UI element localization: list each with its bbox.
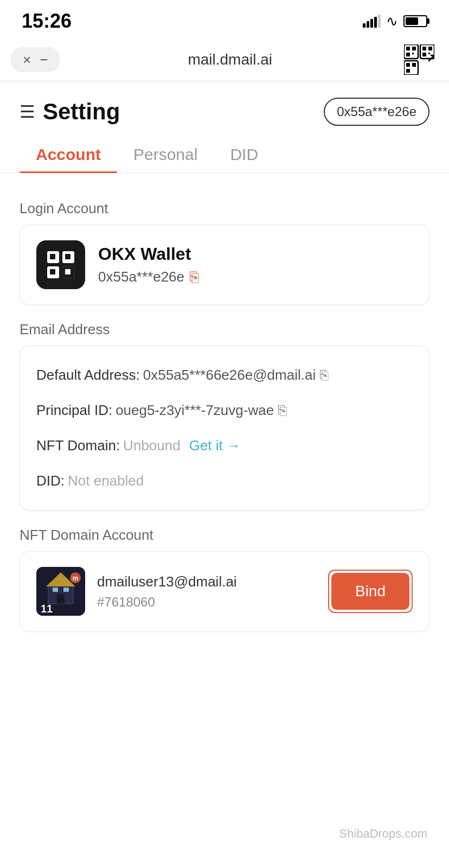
svg-rect-26 — [63, 588, 69, 592]
menu-icon[interactable]: ☰ — [20, 101, 35, 122]
svg-text:11: 11 — [41, 603, 53, 615]
nft-avatar-icon: m 11 — [36, 567, 85, 616]
status-bar: 15:26 ∿ — [0, 0, 449, 38]
qr-icon — [404, 44, 434, 75]
wallet-info: OKX Wallet 0x55a***e26e ⎘ — [98, 244, 413, 286]
copy-default-address-icon[interactable]: ⎘ — [320, 367, 329, 384]
nft-domain-account-label: NFT Domain Account — [20, 527, 429, 544]
svg-rect-25 — [53, 588, 58, 592]
browser-close-button[interactable]: × − — [11, 47, 60, 72]
svg-rect-6 — [422, 47, 426, 50]
nft-card: m 11 dmailuser13@dmail.ai #7618060 Bind — [36, 567, 413, 616]
email-address-label: Email Address — [20, 321, 429, 338]
tab-personal[interactable]: Personal — [117, 137, 214, 173]
default-address-row: Default Address: 0x55a5***66e26e@dmail.a… — [36, 361, 413, 389]
tabs-bar: Account Personal DID — [0, 137, 449, 173]
wallet-name: OKX Wallet — [98, 244, 413, 264]
wallet-badge[interactable]: 0x55a***e26e — [324, 98, 429, 126]
browser-bar: × − mail.dmail.ai — [0, 38, 449, 81]
svg-rect-9 — [428, 53, 430, 54]
wallet-address: 0x55a***e26e — [98, 269, 184, 285]
get-it-link[interactable]: Get it → — [189, 437, 241, 454]
nft-domain-unbound: Unbound — [123, 437, 181, 454]
did-value: Not enabled — [68, 473, 144, 489]
principal-id-label: Principal ID: — [36, 402, 112, 419]
did-label: DID: — [36, 473, 65, 489]
signal-icon — [363, 15, 381, 28]
copy-principal-id-icon[interactable]: ⎘ — [278, 402, 287, 419]
nft-avatar: m 11 — [36, 567, 85, 616]
svg-rect-7 — [428, 47, 432, 50]
login-account-card: OKX Wallet 0x55a***e26e ⎘ — [20, 225, 429, 305]
app-header: ☰ Setting 0x55a***e26e — [0, 81, 449, 137]
svg-rect-10 — [404, 61, 418, 75]
svg-rect-8 — [422, 53, 426, 56]
okx-logo-icon — [44, 248, 77, 281]
wallet-address-row: 0x55a***e26e ⎘ — [98, 269, 413, 286]
nft-domain-row: NFT Domain: Unbound Get it → — [36, 432, 413, 459]
svg-rect-19 — [65, 254, 70, 259]
nft-id: #7618060 — [97, 595, 316, 610]
minimize-icon[interactable]: − — [40, 53, 48, 67]
browser-url: mail.dmail.ai — [68, 51, 392, 68]
watermark: ShibaDrops.com — [317, 816, 449, 852]
svg-text:m: m — [73, 575, 79, 582]
close-icon[interactable]: × — [23, 53, 31, 67]
svg-rect-24 — [57, 594, 65, 604]
svg-rect-13 — [406, 69, 410, 73]
battery-icon — [403, 15, 427, 27]
status-time: 15:26 — [22, 10, 72, 33]
svg-rect-20 — [50, 269, 55, 275]
svg-rect-0 — [404, 44, 418, 59]
svg-rect-4 — [412, 53, 414, 54]
wallet-card: OKX Wallet 0x55a***e26e ⎘ — [36, 240, 413, 289]
wifi-icon: ∿ — [386, 13, 398, 30]
svg-rect-5 — [420, 44, 434, 59]
nft-domain-label: NFT Domain: — [36, 437, 120, 454]
svg-rect-11 — [406, 63, 410, 67]
header-left: ☰ Setting — [20, 99, 120, 125]
wallet-logo — [36, 240, 85, 289]
content-area: Login Account OKX Wallet — [0, 178, 449, 659]
nft-email: dmailuser13@dmail.ai — [97, 573, 316, 590]
status-icons: ∿ — [363, 13, 427, 30]
bind-button[interactable]: Bind — [331, 573, 409, 610]
page-title: Setting — [43, 99, 120, 125]
svg-rect-21 — [65, 269, 70, 275]
nft-domain-account-card: m 11 dmailuser13@dmail.ai #7618060 Bind — [20, 551, 429, 631]
default-address-label: Default Address: — [36, 367, 140, 384]
tab-did[interactable]: DID — [214, 137, 274, 173]
svg-rect-3 — [406, 53, 410, 56]
qr-button[interactable] — [400, 43, 438, 76]
svg-rect-2 — [412, 47, 416, 50]
nft-info: dmailuser13@dmail.ai #7618060 — [97, 573, 316, 610]
principal-id-row: Principal ID: oueg5-z3yi***-7zuvg-wae ⎘ — [36, 397, 413, 424]
did-row: DID: Not enabled — [36, 467, 413, 495]
copy-address-icon[interactable]: ⎘ — [190, 269, 199, 286]
bind-button-wrapper: Bind — [328, 570, 413, 613]
principal-id-value: oueg5-z3yi***-7zuvg-wae — [116, 402, 274, 419]
login-account-label: Login Account — [20, 200, 429, 217]
svg-rect-12 — [412, 63, 416, 67]
tab-account[interactable]: Account — [20, 137, 117, 173]
default-address-value: 0x55a5***66e26e@dmail.ai — [143, 367, 316, 384]
svg-rect-1 — [406, 47, 410, 50]
svg-rect-18 — [50, 254, 55, 259]
email-address-card: Default Address: 0x55a5***66e26e@dmail.a… — [20, 346, 429, 510]
